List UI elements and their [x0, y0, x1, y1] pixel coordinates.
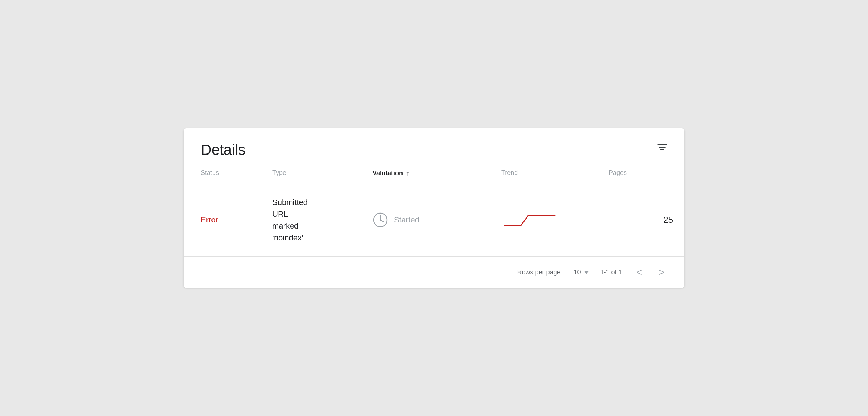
trend-chart [501, 209, 559, 231]
col-header-status: Status [201, 169, 272, 177]
col-header-validation[interactable]: Validation ↑ [372, 169, 501, 177]
table-header: Status Type Validation ↑ Trend Pages [184, 169, 684, 183]
rows-dropdown-arrow-icon[interactable] [584, 271, 589, 274]
pages-cell: 25 [609, 215, 673, 225]
rows-per-page-selector[interactable]: 10 [574, 269, 589, 276]
trend-cell [501, 209, 609, 231]
validation-label: Validation [372, 170, 403, 177]
status-cell: Error [201, 215, 272, 225]
col-header-trend: Trend [501, 169, 609, 177]
table-row[interactable]: Error SubmittedURLmarked‘noindex’ Starte… [184, 183, 684, 257]
clock-icon [372, 212, 388, 228]
card-header: Details [184, 128, 684, 169]
validation-status-label: Started [394, 215, 419, 225]
next-page-button[interactable]: > [656, 265, 667, 279]
type-cell: SubmittedURLmarked‘noindex’ [272, 196, 372, 244]
sort-asc-icon[interactable]: ↑ [406, 169, 409, 177]
svg-line-2 [380, 220, 384, 222]
col-header-pages: Pages [609, 169, 673, 177]
details-table: Status Type Validation ↑ Trend Pages Err… [184, 169, 684, 257]
col-header-type: Type [272, 169, 372, 177]
prev-page-button[interactable]: < [634, 265, 645, 279]
details-card: Details Status Type Validation ↑ Trend P… [184, 128, 684, 288]
page-title: Details [201, 141, 245, 158]
validation-cell: Started [372, 212, 501, 228]
table-footer: Rows per page: 10 1-1 of 1 < > [184, 257, 684, 288]
rows-per-page-value: 10 [574, 269, 581, 276]
rows-per-page-label: Rows per page: [517, 269, 562, 276]
pagination-info: 1-1 of 1 [600, 269, 622, 276]
filter-icon[interactable] [657, 141, 667, 150]
